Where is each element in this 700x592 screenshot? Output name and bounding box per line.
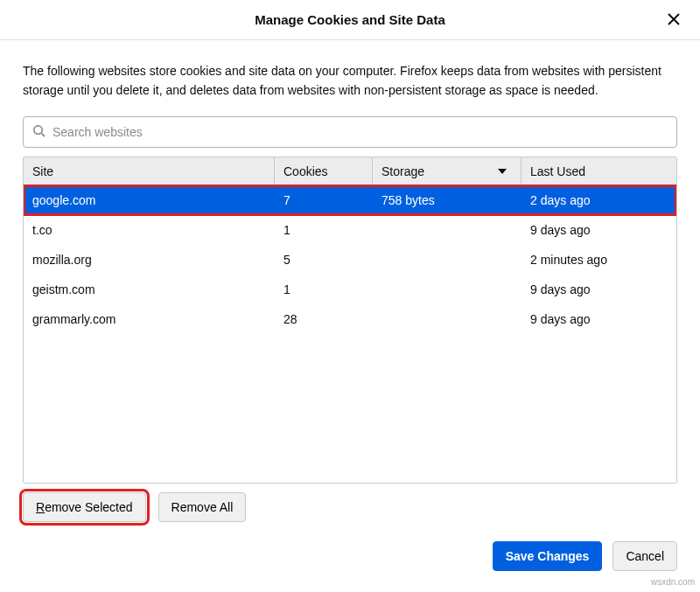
cell-site: grammarly.com bbox=[24, 312, 275, 326]
cell-site: google.com bbox=[24, 193, 275, 207]
save-changes-button[interactable]: Save Changes bbox=[493, 541, 603, 571]
cell-cookies: 5 bbox=[275, 253, 373, 267]
column-storage[interactable]: Storage bbox=[373, 157, 522, 185]
cell-cookies: 28 bbox=[275, 312, 373, 326]
dialog-header: Manage Cookies and Site Data bbox=[0, 0, 700, 40]
cell-site: geistm.com bbox=[24, 282, 275, 296]
cell-cookies: 7 bbox=[275, 193, 373, 207]
close-icon[interactable] bbox=[665, 10, 682, 28]
cancel-button[interactable]: Cancel bbox=[612, 541, 677, 571]
svg-line-3 bbox=[41, 133, 45, 136]
table-header: Site Cookies Storage Last Used bbox=[24, 157, 676, 185]
remove-all-button[interactable]: Remove All bbox=[158, 492, 247, 522]
table-row[interactable]: mozilla.org52 minutes ago bbox=[24, 245, 676, 275]
cell-last-used: 2 days ago bbox=[522, 193, 676, 207]
svg-point-2 bbox=[34, 126, 42, 134]
remove-buttons-row: Remove Selected Remove All bbox=[23, 492, 677, 522]
dialog-footer: Save Changes Cancel bbox=[0, 533, 700, 592]
cell-site: mozilla.org bbox=[24, 253, 275, 267]
cell-cookies: 1 bbox=[275, 282, 373, 296]
cell-last-used: 9 days ago bbox=[522, 312, 676, 326]
dialog-title: Manage Cookies and Site Data bbox=[255, 12, 445, 27]
table-row[interactable]: google.com7758 bytes2 days ago bbox=[24, 185, 676, 215]
cell-cookies: 1 bbox=[275, 223, 373, 237]
search-icon bbox=[32, 124, 46, 140]
search-websites-field[interactable] bbox=[23, 116, 677, 148]
table-body: google.com7758 bytes2 days agot.co19 day… bbox=[24, 185, 676, 483]
column-site[interactable]: Site bbox=[24, 157, 275, 185]
table-row[interactable]: t.co19 days ago bbox=[24, 215, 676, 245]
column-last-used[interactable]: Last Used bbox=[522, 157, 676, 185]
dialog-body: The following websites store cookies and… bbox=[0, 40, 700, 533]
cell-last-used: 9 days ago bbox=[522, 223, 676, 237]
manage-cookies-dialog: Manage Cookies and Site Data The followi… bbox=[0, 0, 700, 592]
cell-site: t.co bbox=[24, 223, 275, 237]
table-row[interactable]: grammarly.com289 days ago bbox=[24, 304, 676, 334]
cell-last-used: 2 minutes ago bbox=[522, 253, 676, 267]
watermark: wsxdn.com bbox=[651, 577, 695, 587]
table-row[interactable]: geistm.com19 days ago bbox=[24, 275, 676, 304]
search-input[interactable] bbox=[52, 125, 668, 139]
cell-last-used: 9 days ago bbox=[522, 282, 676, 296]
description-text: The following websites store cookies and… bbox=[23, 61, 677, 101]
sort-caret-icon bbox=[498, 169, 507, 174]
remove-selected-button[interactable]: Remove Selected bbox=[23, 492, 146, 522]
column-cookies[interactable]: Cookies bbox=[275, 157, 373, 185]
cell-storage: 758 bytes bbox=[373, 193, 522, 207]
cookies-table: Site Cookies Storage Last Used google.co… bbox=[23, 157, 677, 484]
